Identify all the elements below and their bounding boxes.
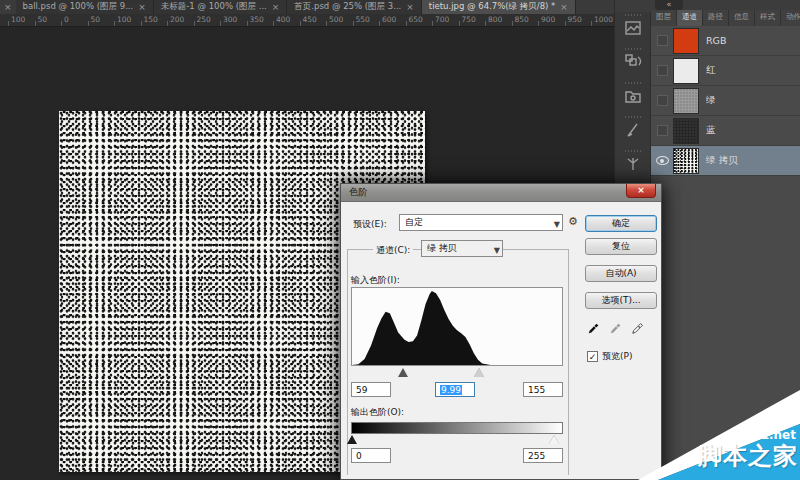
document-tabbar: × ball.psd @ 100% (图层 9...×未标题-1 @ 100% … — [0, 0, 614, 14]
output-white-slider[interactable] — [549, 435, 559, 444]
channel-thumbnail — [673, 28, 699, 54]
output-white-field[interactable]: 255 — [523, 448, 563, 463]
output-black-field[interactable]: 0 — [351, 448, 391, 463]
close-icon[interactable]: × — [560, 2, 568, 12]
input-highlight-slider[interactable] — [474, 368, 485, 377]
dialog-titlebar[interactable]: 色阶 × — [341, 184, 661, 202]
panel-tab-图层[interactable]: 图层 — [651, 10, 677, 26]
channel-label: RGB — [706, 35, 726, 46]
panel-tab-通道[interactable]: 通道 — [677, 10, 703, 26]
document-tab-active[interactable]: tietu.jpg @ 64.7%(绿 拷贝/8) *× — [422, 0, 576, 14]
adjustments-panel-icon[interactable] — [615, 12, 651, 46]
panel-tab-样式[interactable]: 样式 — [755, 10, 781, 26]
channel-label: 绿 — [706, 94, 716, 107]
close-icon[interactable]: × — [272, 2, 280, 12]
input-levels-label: 输入色阶(I): — [351, 274, 400, 287]
panel-tab-动作[interactable]: 动作 — [781, 10, 800, 26]
gray-point-eyedropper-icon[interactable] — [609, 321, 623, 335]
chevron-down-icon: ▼ — [554, 217, 560, 232]
preset-label: 预设(E): — [353, 218, 387, 231]
tool-presets-panel-icon[interactable] — [615, 148, 651, 182]
preview-label: 预览(P) — [602, 350, 632, 363]
close-icon[interactable]: × — [406, 2, 414, 12]
ok-button[interactable]: 确定 — [585, 215, 657, 232]
visibility-eye-icon[interactable] — [651, 156, 673, 165]
channel-row-RGB[interactable]: RGB — [651, 26, 800, 56]
options-button[interactable]: 选项(T)... — [585, 292, 657, 309]
white-point-eyedropper-icon[interactable] — [631, 321, 645, 335]
preview-checkbox[interactable]: ✓ — [587, 351, 598, 362]
channel-select[interactable]: 绿 拷贝 ▼ — [421, 240, 503, 257]
channel-row-绿 拷贝[interactable]: 绿 拷贝 — [651, 146, 800, 176]
output-levels-label: 输出色阶(O): — [351, 406, 404, 419]
horizontal-ruler[interactable]: 1005005010015020025030035040045050055060… — [0, 14, 614, 27]
auto-button[interactable]: 自动(A) — [585, 265, 657, 282]
channel-row-蓝[interactable]: 蓝 — [651, 116, 800, 146]
document-tab-label: 未标题-1 @ 100% (图层 ... — [161, 1, 267, 13]
eyedropper-group — [587, 321, 645, 335]
preview-row: ✓ 预览(P) — [587, 350, 632, 363]
channel-thumbnail — [673, 118, 699, 144]
panel-tab-信息[interactable]: 信息 — [729, 10, 755, 26]
input-shadow-slider[interactable] — [398, 368, 409, 377]
channel-thumbnail — [673, 88, 699, 114]
channel-label: 蓝 — [706, 124, 716, 137]
channel-row-红[interactable]: 红 — [651, 56, 800, 86]
dialog-close-button[interactable]: × — [626, 184, 656, 198]
libraries-panel-icon[interactable] — [615, 80, 651, 114]
panel-tab-row: 图层通道路径信息样式动作 — [651, 10, 800, 26]
document-tab[interactable]: 未标题-1 @ 100% (图层 ...× — [154, 0, 288, 14]
channel-label: 通道(C): — [373, 244, 413, 257]
reset-button[interactable]: 复位 — [585, 238, 657, 255]
document-tab[interactable]: 首页.psd @ 25% (图层 3...× — [287, 0, 422, 14]
document-tab[interactable]: ball.psd @ 100% (图层 9...× — [16, 0, 154, 14]
close-icon[interactable]: × — [0, 0, 16, 14]
levels-dialog: 色阶 × 预设(E): 自定 ▼ ⚙ 确定 复位 自动(A) 选项(T)... … — [340, 183, 662, 480]
output-black-slider[interactable] — [347, 435, 357, 444]
panel-tab-路径[interactable]: 路径 — [703, 10, 729, 26]
preset-select[interactable]: 自定 ▼ — [399, 214, 563, 231]
chevron-down-icon: ▼ — [494, 243, 500, 258]
visibility-toggle[interactable] — [651, 35, 673, 46]
channel-thumbnail — [673, 58, 699, 84]
channel-label: 红 — [706, 64, 716, 77]
visibility-toggle[interactable] — [651, 125, 673, 136]
gear-icon[interactable]: ⚙ — [568, 215, 578, 228]
dialog-title: 色阶 — [341, 186, 368, 199]
black-point-eyedropper-icon[interactable] — [587, 321, 601, 335]
brush-panel-icon[interactable] — [615, 114, 651, 148]
input-gamma-field[interactable]: 9.99 — [435, 382, 475, 397]
channels-panel: 图层通道路径信息样式动作 RGB红绿蓝绿 拷贝 — [651, 10, 800, 480]
close-icon[interactable]: × — [138, 2, 146, 12]
document-tab-label: 首页.psd @ 25% (图层 3... — [294, 1, 401, 13]
collapse-panels-icon[interactable]: « — [655, 0, 683, 10]
visibility-toggle[interactable] — [651, 95, 673, 106]
channel-thumbnail — [673, 148, 699, 174]
histogram — [351, 287, 563, 366]
channel-value: 绿 拷贝 — [427, 243, 457, 253]
input-black-field[interactable]: 59 — [351, 382, 391, 397]
document-tab-label: ball.psd @ 100% (图层 9... — [23, 1, 134, 13]
channel-row-绿[interactable]: 绿 — [651, 86, 800, 116]
document-tab-label: tietu.jpg @ 64.7%(绿 拷贝/8) * — [429, 1, 555, 13]
channel-label: 绿 拷贝 — [706, 154, 738, 167]
channel-list: RGB红绿蓝绿 拷贝 — [651, 26, 800, 176]
preset-value: 自定 — [405, 217, 423, 227]
output-gradient-bar — [351, 422, 563, 434]
clone-source-panel-icon[interactable] — [615, 46, 651, 80]
visibility-toggle[interactable] — [651, 65, 673, 76]
input-white-field[interactable]: 155 — [523, 382, 563, 397]
